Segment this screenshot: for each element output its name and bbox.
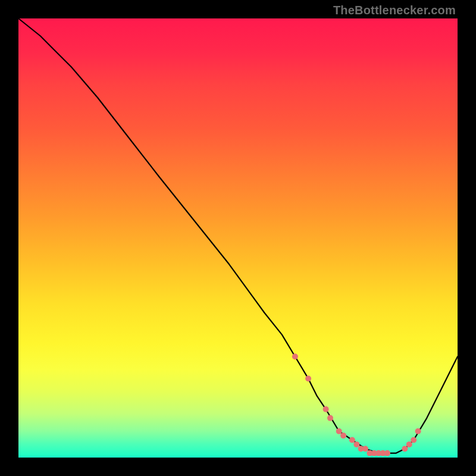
marker-series bbox=[292, 353, 421, 456]
data-point-marker bbox=[353, 441, 359, 447]
data-point-marker bbox=[384, 450, 390, 456]
data-point-marker bbox=[292, 353, 298, 359]
data-point-marker bbox=[415, 428, 421, 434]
data-point-marker bbox=[305, 375, 311, 381]
data-point-marker bbox=[327, 415, 333, 421]
data-point-marker bbox=[402, 446, 408, 452]
data-point-marker bbox=[323, 406, 329, 412]
data-point-marker bbox=[340, 433, 346, 439]
data-point-marker bbox=[349, 437, 355, 443]
chart-svg bbox=[18, 18, 458, 458]
attribution-label: TheBottlenecker.com bbox=[333, 4, 456, 17]
bottleneck-curve bbox=[18, 18, 458, 453]
data-point-marker bbox=[411, 437, 416, 443]
data-point-marker bbox=[336, 428, 342, 434]
line-series bbox=[18, 18, 458, 453]
data-point-marker bbox=[406, 441, 412, 447]
data-point-marker bbox=[362, 446, 368, 452]
chart-frame: TheBottlenecker.com bbox=[0, 0, 476, 476]
